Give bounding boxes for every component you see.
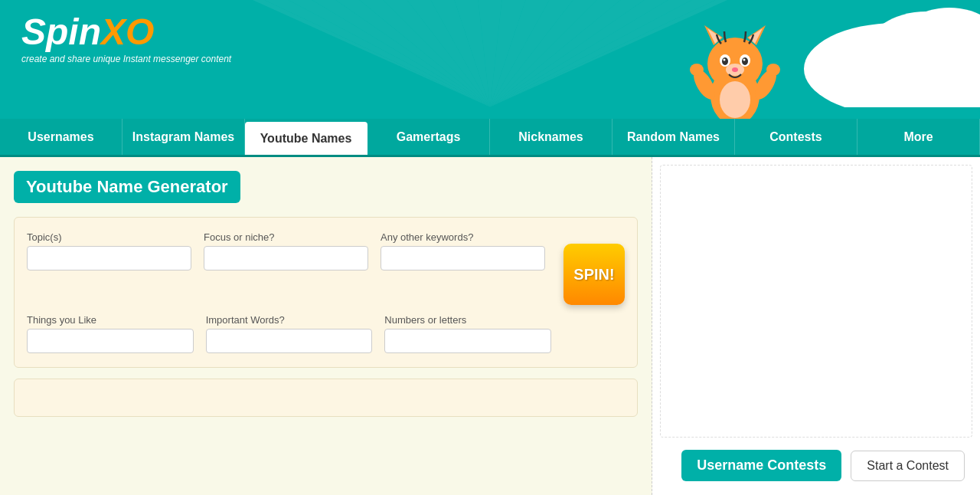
label-keywords: Any other keywords?	[381, 231, 545, 243]
input-words[interactable]	[206, 329, 373, 353]
label-topics: Topic(s)	[27, 231, 191, 243]
form-row-1: Topic(s) Focus or niche? Any other keywo…	[27, 231, 625, 305]
label-numbers: Numbers or letters	[384, 314, 551, 326]
label-likes: Things you Like	[27, 314, 194, 326]
logo-xo: XO	[101, 11, 154, 52]
input-likes[interactable]	[27, 329, 194, 353]
field-words: Important Words?	[206, 314, 373, 353]
label-focus: Focus or niche?	[204, 231, 368, 243]
nav-item-gamertags[interactable]: Gamertags	[368, 119, 490, 155]
logo-area[interactable]: SpinXO create and share unique Instant m…	[21, 14, 231, 64]
nav-item-random[interactable]: Random Names	[612, 119, 735, 155]
nav-item-nicknames[interactable]: Nicknames	[490, 119, 612, 155]
label-words: Important Words?	[206, 314, 373, 326]
bottom-bar: Username Contests Start a Contest	[660, 444, 972, 487]
svg-point-31	[724, 59, 726, 61]
field-numbers: Numbers or letters	[384, 314, 551, 353]
input-keywords[interactable]	[381, 246, 545, 270]
left-panel: Youtube Name Generator Topic(s) Focus or…	[0, 157, 652, 495]
svg-point-34	[732, 67, 738, 72]
nav-item-youtube[interactable]: Youtube Names	[245, 122, 368, 155]
nav-item-usernames[interactable]: Usernames	[0, 119, 122, 155]
logo-spin: Spin	[21, 11, 101, 52]
ad-area	[660, 165, 972, 438]
username-contests-button[interactable]: Username Contests	[681, 450, 841, 481]
cloud	[743, 0, 980, 100]
generator-form: Topic(s) Focus or niche? Any other keywo…	[14, 217, 638, 368]
field-keywords: Any other keywords?	[381, 231, 545, 270]
start-contest-button[interactable]: Start a Contest	[851, 451, 965, 481]
header: SpinXO create and share unique Instant m…	[0, 0, 980, 119]
nav-item-instagram[interactable]: Instagram Names	[122, 119, 245, 155]
field-likes: Things you Like	[27, 314, 194, 353]
main-content: Youtube Name Generator Topic(s) Focus or…	[0, 157, 980, 495]
spin-button[interactable]: SPIN!	[564, 244, 625, 305]
right-panel: Username Contests Start a Contest	[652, 157, 980, 495]
nav-item-more[interactable]: More	[858, 119, 980, 155]
field-focus: Focus or niche?	[204, 231, 368, 270]
generator-title: Youtube Name Generator	[14, 171, 240, 203]
input-focus[interactable]	[204, 246, 368, 270]
field-topics: Topic(s)	[27, 231, 191, 270]
input-topics[interactable]	[27, 246, 191, 270]
input-numbers[interactable]	[384, 329, 551, 353]
results-box	[14, 379, 638, 417]
nav-item-contests[interactable]: Contests	[735, 119, 858, 155]
spin-button-wrap: SPIN!	[557, 231, 625, 305]
form-row-2: Things you Like Important Words? Numbers…	[27, 314, 625, 353]
svg-rect-45	[850, 61, 980, 107]
main-nav: Usernames Instagram Names Youtube Names …	[0, 119, 980, 157]
svg-point-29	[722, 57, 728, 65]
logo-tagline: create and share unique Instant messenge…	[21, 54, 231, 64]
svg-point-37	[690, 64, 704, 76]
